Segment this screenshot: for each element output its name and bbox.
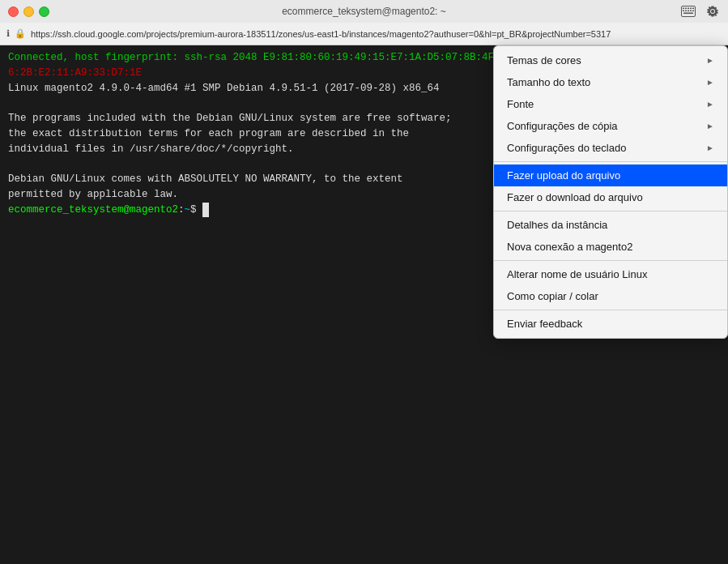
menu-item-configuracoes-teclado[interactable]: Configurações do teclado ► xyxy=(494,137,727,159)
menu-item-como-copiar[interactable]: Como copiar / colar xyxy=(494,285,727,307)
maximize-button[interactable] xyxy=(39,6,49,17)
submenu-chevron-icon: ► xyxy=(706,100,714,109)
submenu-chevron-icon: ► xyxy=(706,143,714,152)
menu-item-tamanho-do-texto[interactable]: Tamanho do texto ► xyxy=(494,71,727,93)
menu-item-fazer-upload[interactable]: Fazer upload do arquivo xyxy=(494,164,727,186)
svg-rect-7 xyxy=(685,11,687,12)
menu-item-detalhes-instancia[interactable]: Detalhes da instância xyxy=(494,214,727,236)
terminal-prompt: ecommerce_teksystem@magento2 xyxy=(8,204,178,216)
menu-item-temas-de-cores[interactable]: Temas de cores ► xyxy=(494,49,727,71)
svg-rect-2 xyxy=(685,8,687,10)
title-icons xyxy=(679,2,722,20)
menu-item-alterar-nome[interactable]: Alterar nome de usuário Linux xyxy=(494,263,727,285)
submenu-chevron-icon: ► xyxy=(706,56,714,65)
minimize-button[interactable] xyxy=(23,6,34,17)
menu-separator-3 xyxy=(494,260,727,261)
title-bar: ecommerce_teksystem@magento2: ~ xyxy=(0,0,728,23)
menu-item-enviar-feedback[interactable]: Enviar feedback xyxy=(494,313,727,335)
svg-rect-8 xyxy=(688,11,689,12)
menu-item-fonte[interactable]: Fonte ► xyxy=(494,93,727,115)
info-icon: ℹ xyxy=(6,28,10,39)
close-button[interactable] xyxy=(8,6,19,17)
keyboard-icon[interactable] xyxy=(679,2,697,20)
svg-rect-1 xyxy=(683,8,684,10)
menu-item-fazer-download[interactable]: Fazer o download do arquivo xyxy=(494,186,727,208)
traffic-lights xyxy=(0,6,49,17)
svg-rect-11 xyxy=(683,13,693,15)
svg-rect-3 xyxy=(688,8,689,10)
lock-icon: 🔒 xyxy=(15,28,26,39)
context-menu: Temas de cores ► Tamanho do texto ► Font… xyxy=(493,45,728,339)
menu-separator-1 xyxy=(494,161,727,162)
svg-rect-4 xyxy=(690,8,692,10)
window-title: ecommerce_teksystem@magento2: ~ xyxy=(282,6,446,17)
svg-rect-9 xyxy=(690,11,692,12)
url-text[interactable]: https://ssh.cloud.google.com/projects/pr… xyxy=(31,29,611,39)
menu-item-configuracoes-copia[interactable]: Configurações de cópia ► xyxy=(494,115,727,137)
menu-separator-4 xyxy=(494,310,727,310)
svg-rect-10 xyxy=(692,11,694,12)
menu-item-nova-conexao[interactable]: Nova conexão a magento2 xyxy=(494,236,727,258)
svg-rect-6 xyxy=(683,11,684,12)
url-bar: ℹ 🔒 https://ssh.cloud.google.com/project… xyxy=(0,23,728,45)
svg-rect-5 xyxy=(692,8,694,10)
submenu-chevron-icon: ► xyxy=(706,78,714,87)
menu-separator-2 xyxy=(494,211,727,212)
settings-icon[interactable] xyxy=(704,2,722,20)
cursor-block xyxy=(202,203,209,218)
submenu-chevron-icon: ► xyxy=(706,122,714,130)
